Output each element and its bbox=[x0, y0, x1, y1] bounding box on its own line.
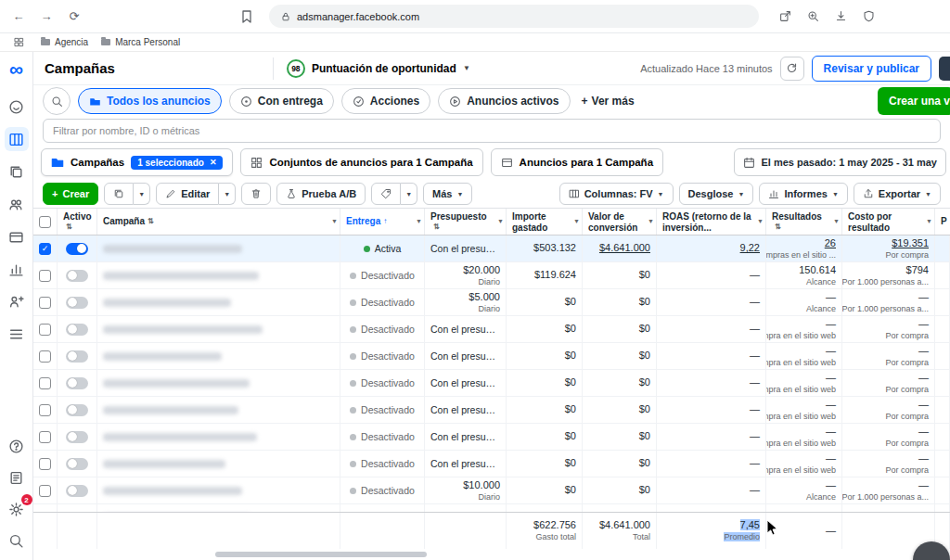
meta-logo-icon[interactable]: ∞ bbox=[9, 59, 23, 79]
ads-reporting-icon[interactable] bbox=[5, 159, 29, 184]
row-checkbox[interactable] bbox=[33, 424, 58, 450]
tag-caret-button[interactable]: ▼ bbox=[401, 183, 417, 205]
row-active-toggle[interactable] bbox=[58, 235, 97, 261]
chevron-down-icon[interactable]: ▼ bbox=[648, 218, 654, 225]
settings-icon[interactable]: 2 bbox=[5, 497, 29, 521]
zoom-icon[interactable] bbox=[803, 7, 822, 26]
campaign-name-redacted[interactable] bbox=[97, 289, 340, 315]
column-header-campana[interactable]: Campaña⇅ ▼ bbox=[97, 209, 340, 235]
campaign-row[interactable]: Desactivado$20.000Diario$119.624$0—150.6… bbox=[33, 262, 950, 289]
row-active-toggle[interactable] bbox=[58, 289, 97, 315]
tab-adsets[interactable]: Conjuntos de anuncios para 1 Campaña bbox=[240, 148, 482, 176]
row-active-toggle[interactable] bbox=[58, 316, 97, 342]
row-active-toggle[interactable] bbox=[58, 262, 97, 288]
url-bar[interactable]: adsmanager.facebook.com bbox=[269, 5, 759, 28]
close-icon[interactable]: ✕ bbox=[210, 158, 217, 167]
row-active-toggle[interactable] bbox=[58, 477, 97, 503]
campaign-name-redacted[interactable] bbox=[97, 235, 340, 261]
duplicate-caret-button[interactable]: ▼ bbox=[134, 183, 150, 205]
campaign-name-redacted[interactable] bbox=[97, 397, 340, 423]
filter-pill-todos-los-anuncios[interactable]: Todos los anuncios bbox=[78, 88, 222, 114]
bookmark-flag-icon[interactable] bbox=[238, 7, 256, 26]
campaign-row[interactable]: DesactivadoCon el presupue...$0$0——Compr… bbox=[33, 316, 950, 343]
bookmark-marca-personal[interactable]: Marca Personal bbox=[101, 37, 180, 47]
campaign-row[interactable]: DesactivadoCon el presupue...$0$0——Compr… bbox=[33, 343, 950, 370]
shield-icon[interactable] bbox=[859, 7, 878, 26]
breakdown-button[interactable]: Desglose▼ bbox=[679, 183, 754, 205]
edit-caret-button[interactable]: ▼ bbox=[219, 183, 236, 205]
tag-button[interactable] bbox=[371, 183, 401, 205]
campaign-row[interactable]: Desactivado$10.000Diario$0$0——Alcance—Po… bbox=[33, 477, 950, 504]
row-active-toggle[interactable] bbox=[58, 370, 97, 396]
column-header-activo[interactable]: Activo⇅ bbox=[58, 209, 97, 235]
create-button[interactable]: + Crear bbox=[43, 183, 98, 205]
chevron-down-icon[interactable]: ▼ bbox=[331, 218, 338, 225]
filter-pill-anuncios-activos[interactable]: Anuncios activos bbox=[438, 88, 570, 114]
row-checkbox[interactable] bbox=[33, 451, 58, 477]
row-active-toggle[interactable] bbox=[58, 424, 97, 450]
delete-button[interactable] bbox=[241, 183, 271, 205]
campaign-name-redacted[interactable] bbox=[97, 343, 340, 369]
filter-pill-acciones[interactable]: Acciones bbox=[341, 88, 430, 114]
all-tools-icon[interactable] bbox=[5, 322, 29, 346]
bookmark-agencia[interactable]: Agencia bbox=[41, 37, 88, 47]
campaign-name-redacted[interactable] bbox=[97, 262, 340, 288]
campaign-row[interactable]: DesactivadoCon el presupue...$0$0——Compr… bbox=[33, 451, 950, 477]
review-publish-button[interactable]: Revisar y publicar bbox=[812, 56, 931, 82]
export-button[interactable]: Exportar▼ bbox=[854, 183, 941, 205]
horizontal-scrollbar[interactable] bbox=[215, 552, 427, 557]
columns-button[interactable]: Columnas: FV▼ bbox=[559, 183, 674, 205]
campaign-name-redacted[interactable] bbox=[97, 451, 340, 477]
row-active-toggle[interactable] bbox=[58, 343, 97, 369]
cut-off-button[interactable] bbox=[939, 57, 950, 81]
column-header-entrega[interactable]: Entrega↑ ▼ bbox=[340, 209, 425, 235]
campaign-name-redacted[interactable] bbox=[97, 424, 340, 450]
row-checkbox[interactable] bbox=[33, 504, 58, 512]
column-header-resultados[interactable]: Resultados⇅ ▼ bbox=[766, 209, 842, 235]
row-checkbox[interactable] bbox=[33, 316, 58, 342]
ab-test-button[interactable]: Prueba A/B bbox=[276, 183, 366, 205]
column-header-valor-conversion[interactable]: Valor de conversión de...⇅ ▼ bbox=[583, 209, 657, 235]
row-checkbox[interactable] bbox=[33, 370, 58, 396]
duplicate-button[interactable] bbox=[104, 183, 134, 205]
tab-ads[interactable]: Anuncios para 1 Campaña bbox=[491, 148, 663, 176]
campaign-row[interactable]: DesactivadoCon el presupue...$0$0— bbox=[33, 504, 950, 512]
column-header-costo-por-resultado[interactable]: Costo por resultado⇅ ▼ bbox=[842, 209, 935, 235]
row-checkbox[interactable]: ✓ bbox=[33, 235, 58, 261]
chevron-down-icon[interactable]: ▼ bbox=[573, 218, 580, 225]
campaign-row[interactable]: DesactivadoCon el presupue...$0$0——Compr… bbox=[33, 370, 950, 397]
campaign-row[interactable]: DesactivadoCon el presupue...$0$0——Compr… bbox=[33, 397, 950, 424]
audiences-icon[interactable] bbox=[5, 192, 29, 216]
column-header-importe-gastado[interactable]: Importe gastado⇅ ▼ bbox=[507, 209, 583, 235]
campaign-row[interactable]: Desactivado$5.000Diario$0$0——Alcance—Por… bbox=[33, 289, 950, 316]
chevron-down-icon[interactable]: ▼ bbox=[757, 218, 764, 225]
help-icon[interactable] bbox=[5, 434, 29, 458]
campaign-name-redacted[interactable] bbox=[97, 504, 340, 512]
apps-grid-icon[interactable] bbox=[9, 33, 28, 52]
row-active-toggle[interactable] bbox=[58, 451, 97, 477]
row-checkbox[interactable] bbox=[33, 343, 58, 369]
column-header-roas[interactable]: ROAS (retorno de la inversión...⇅ ▼ bbox=[657, 209, 766, 235]
campaign-name-redacted[interactable] bbox=[97, 316, 340, 342]
account-overview-icon[interactable] bbox=[5, 95, 29, 119]
browser-forward-icon[interactable]: → bbox=[37, 7, 56, 26]
analytics-icon[interactable] bbox=[5, 257, 29, 281]
search-icon[interactable] bbox=[43, 87, 71, 115]
chevron-down-icon[interactable]: ▼ bbox=[833, 218, 840, 225]
campaign-row[interactable]: ✓ActivaCon el presupue...$503.132$4.641.… bbox=[33, 235, 950, 262]
column-header-presupuesto[interactable]: Presupuesto⇅ ▼ bbox=[425, 209, 507, 235]
create-view-button[interactable]: Crear una vist bbox=[878, 87, 950, 115]
campaign-name-redacted[interactable] bbox=[97, 370, 340, 396]
campaign-name-redacted[interactable] bbox=[97, 477, 340, 503]
audience-insights-icon[interactable] bbox=[5, 289, 29, 313]
chevron-down-icon[interactable]: ▼ bbox=[926, 218, 932, 225]
select-all-checkbox[interactable] bbox=[33, 209, 58, 235]
campaign-row[interactable]: DesactivadoCon el presupue...$0$0——Compr… bbox=[33, 424, 950, 451]
row-active-toggle[interactable] bbox=[58, 504, 97, 512]
row-checkbox[interactable] bbox=[33, 397, 58, 423]
filter-pill-con-entrega[interactable]: Con entrega bbox=[229, 88, 334, 114]
opportunity-score[interactable]: 98 Puntuación de oportunidad ▼ bbox=[273, 57, 470, 80]
selected-chip[interactable]: 1 seleccionado ✕ bbox=[131, 156, 223, 170]
row-checkbox[interactable] bbox=[33, 289, 58, 315]
billing-icon[interactable] bbox=[5, 224, 29, 248]
